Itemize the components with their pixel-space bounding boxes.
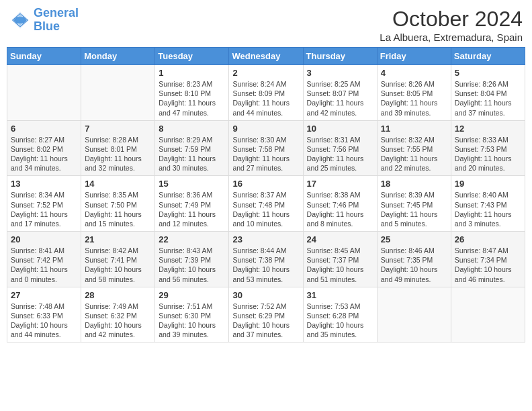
day-number: 27 [11,290,77,300]
day-number: 20 [11,234,77,244]
day-info: Sunrise: 8:37 AM Sunset: 7:48 PM Dayligh… [232,190,299,228]
day-number: 18 [381,179,447,189]
calendar-cell [377,287,451,342]
day-number: 15 [159,179,225,189]
calendar-cell: 10Sunrise: 8:31 AM Sunset: 7:56 PM Dayli… [303,120,377,176]
day-of-week-header: Monday [81,48,155,65]
day-number: 25 [381,234,447,244]
day-info: Sunrise: 8:47 AM Sunset: 7:34 PM Dayligh… [455,246,521,284]
day-number: 7 [85,124,151,134]
calendar-cell: 25Sunrise: 8:46 AM Sunset: 7:35 PM Dayli… [377,232,451,287]
title-block: October 2024 La Albuera, Extremadura, Sp… [380,7,523,43]
calendar-cell: 23Sunrise: 8:44 AM Sunset: 7:38 PM Dayli… [229,232,303,287]
calendar-cell: 5Sunrise: 8:26 AM Sunset: 8:04 PM Daylig… [451,65,525,121]
logo-line1: General [34,6,79,19]
calendar-table: SundayMondayTuesdayWednesdayThursdayFrid… [7,47,525,342]
day-number: 1 [159,68,225,78]
day-number: 22 [159,234,225,244]
day-info: Sunrise: 8:36 AM Sunset: 7:49 PM Dayligh… [159,190,225,228]
calendar-cell: 19Sunrise: 8:40 AM Sunset: 7:43 PM Dayli… [451,176,525,232]
day-number: 31 [307,290,373,300]
day-info: Sunrise: 8:35 AM Sunset: 7:50 PM Dayligh… [85,190,151,228]
calendar-header: SundayMondayTuesdayWednesdayThursdayFrid… [7,48,525,65]
day-info: Sunrise: 8:45 AM Sunset: 7:37 PM Dayligh… [307,246,373,284]
day-info: Sunrise: 8:39 AM Sunset: 7:45 PM Dayligh… [381,190,447,228]
day-info: Sunrise: 8:27 AM Sunset: 8:02 PM Dayligh… [11,135,77,173]
day-of-week-header: Friday [377,48,451,65]
day-number: 17 [307,179,373,189]
logo-line2: Blue [34,19,60,33]
day-info: Sunrise: 7:48 AM Sunset: 6:33 PM Dayligh… [11,302,77,340]
day-info: Sunrise: 7:53 AM Sunset: 6:28 PM Dayligh… [307,302,373,340]
day-info: Sunrise: 8:38 AM Sunset: 7:46 PM Dayligh… [307,190,373,228]
day-number: 10 [307,124,373,134]
calendar-cell: 27Sunrise: 7:48 AM Sunset: 6:33 PM Dayli… [7,287,81,342]
calendar-cell [7,65,81,121]
day-info: Sunrise: 8:31 AM Sunset: 7:56 PM Dayligh… [307,135,373,173]
calendar-cell [81,65,155,121]
calendar-cell: 15Sunrise: 8:36 AM Sunset: 7:49 PM Dayli… [155,176,229,232]
day-info: Sunrise: 8:43 AM Sunset: 7:39 PM Dayligh… [159,246,225,284]
day-info: Sunrise: 8:33 AM Sunset: 7:53 PM Dayligh… [455,135,521,173]
calendar-cell: 13Sunrise: 8:34 AM Sunset: 7:52 PM Dayli… [7,176,81,232]
day-number: 14 [85,179,151,189]
calendar-cell: 9Sunrise: 8:30 AM Sunset: 7:58 PM Daylig… [229,120,303,176]
calendar-cell: 2Sunrise: 8:24 AM Sunset: 8:09 PM Daylig… [229,65,303,121]
page-header: General Blue October 2024 La Albuera, Ex… [7,7,525,43]
day-number: 4 [381,68,447,78]
calendar-cell: 3Sunrise: 8:25 AM Sunset: 8:07 PM Daylig… [303,65,377,121]
calendar-cell: 14Sunrise: 8:35 AM Sunset: 7:50 PM Dayli… [81,176,155,232]
calendar-cell: 22Sunrise: 8:43 AM Sunset: 7:39 PM Dayli… [155,232,229,287]
calendar-cell: 7Sunrise: 8:28 AM Sunset: 8:01 PM Daylig… [81,120,155,176]
day-info: Sunrise: 8:29 AM Sunset: 7:59 PM Dayligh… [159,135,225,173]
calendar-week-row: 13Sunrise: 8:34 AM Sunset: 7:52 PM Dayli… [7,176,525,232]
day-info: Sunrise: 8:41 AM Sunset: 7:42 PM Dayligh… [11,246,77,284]
day-info: Sunrise: 8:25 AM Sunset: 8:07 PM Dayligh… [307,79,373,118]
day-number: 29 [159,290,225,300]
day-info: Sunrise: 7:52 AM Sunset: 6:29 PM Dayligh… [232,302,299,340]
calendar-cell: 11Sunrise: 8:32 AM Sunset: 7:55 PM Dayli… [377,120,451,176]
day-number: 11 [381,124,447,134]
day-number: 12 [455,124,521,134]
day-of-week-header: Saturday [451,48,525,65]
calendar-cell: 18Sunrise: 8:39 AM Sunset: 7:45 PM Dayli… [377,176,451,232]
calendar-cell: 21Sunrise: 8:42 AM Sunset: 7:41 PM Dayli… [81,232,155,287]
day-number: 26 [455,234,521,244]
calendar-week-row: 1Sunrise: 8:23 AM Sunset: 8:10 PM Daylig… [7,65,525,121]
day-number: 24 [307,234,373,244]
calendar-cell: 8Sunrise: 8:29 AM Sunset: 7:59 PM Daylig… [155,120,229,176]
day-number: 2 [232,68,299,78]
calendar-cell: 4Sunrise: 8:26 AM Sunset: 8:05 PM Daylig… [377,65,451,121]
day-info: Sunrise: 7:49 AM Sunset: 6:32 PM Dayligh… [85,302,151,340]
day-info: Sunrise: 8:34 AM Sunset: 7:52 PM Dayligh… [11,190,77,228]
day-of-week-header: Thursday [303,48,377,65]
day-of-week-header: Sunday [7,48,81,65]
calendar-week-row: 6Sunrise: 8:27 AM Sunset: 8:02 PM Daylig… [7,120,525,176]
day-info: Sunrise: 8:26 AM Sunset: 8:04 PM Dayligh… [455,79,521,118]
calendar-cell: 26Sunrise: 8:47 AM Sunset: 7:34 PM Dayli… [451,232,525,287]
calendar-cell: 6Sunrise: 8:27 AM Sunset: 8:02 PM Daylig… [7,120,81,176]
calendar-week-row: 27Sunrise: 7:48 AM Sunset: 6:33 PM Dayli… [7,287,525,342]
day-info: Sunrise: 8:24 AM Sunset: 8:09 PM Dayligh… [232,79,299,118]
day-number: 3 [307,68,373,78]
day-number: 30 [232,290,299,300]
month-title: October 2024 [380,7,523,32]
day-info: Sunrise: 8:23 AM Sunset: 8:10 PM Dayligh… [159,79,225,118]
logo: General Blue [9,7,79,34]
day-info: Sunrise: 8:46 AM Sunset: 7:35 PM Dayligh… [381,246,447,284]
calendar-cell: 28Sunrise: 7:49 AM Sunset: 6:32 PM Dayli… [81,287,155,342]
logo-text: General Blue [34,7,79,34]
day-info: Sunrise: 8:28 AM Sunset: 8:01 PM Dayligh… [85,135,151,173]
day-info: Sunrise: 8:40 AM Sunset: 7:43 PM Dayligh… [455,190,521,228]
calendar-cell: 20Sunrise: 8:41 AM Sunset: 7:42 PM Dayli… [7,232,81,287]
day-info: Sunrise: 8:44 AM Sunset: 7:38 PM Dayligh… [232,246,299,284]
calendar-cell [451,287,525,342]
day-number: 16 [232,179,299,189]
day-info: Sunrise: 8:26 AM Sunset: 8:05 PM Dayligh… [381,79,447,118]
day-of-week-header: Tuesday [155,48,229,65]
day-info: Sunrise: 8:42 AM Sunset: 7:41 PM Dayligh… [85,246,151,284]
day-info: Sunrise: 7:51 AM Sunset: 6:30 PM Dayligh… [159,302,225,340]
calendar-cell: 24Sunrise: 8:45 AM Sunset: 7:37 PM Dayli… [303,232,377,287]
day-number: 5 [455,68,521,78]
day-number: 8 [159,124,225,134]
